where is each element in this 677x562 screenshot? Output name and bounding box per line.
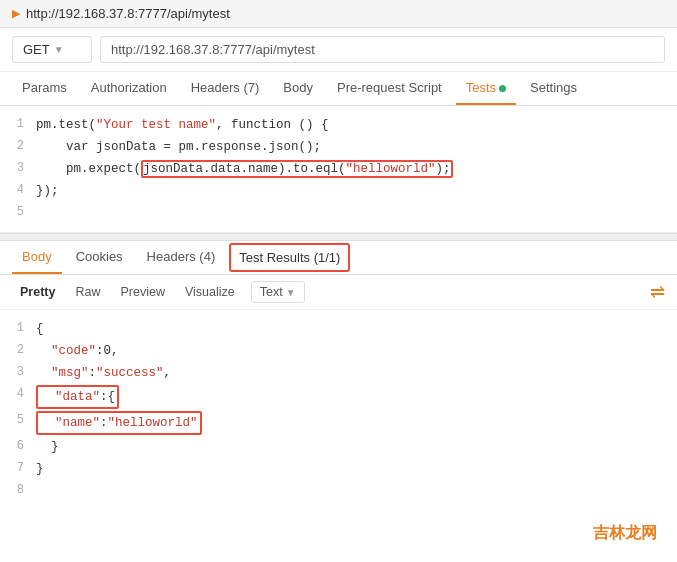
response-line-8: 8	[0, 480, 677, 502]
method-select[interactable]: GET ▼	[12, 36, 92, 63]
format-tab-pretty[interactable]: Pretty	[12, 281, 63, 303]
code-content-1: pm.test("Your test name", function () {	[36, 115, 677, 135]
format-tab-raw[interactable]: Raw	[67, 281, 108, 303]
resp-code-4: "data":{	[36, 385, 677, 409]
response-line-5: 5 "name":"helloworld"	[0, 410, 677, 436]
code-line-1: 1 pm.test("Your test name", function () …	[0, 114, 677, 136]
request-tabs-row: Params Authorization Headers (7) Body Pr…	[0, 72, 677, 106]
resp-code-5: "name":"helloworld"	[36, 411, 677, 435]
url-input[interactable]	[100, 36, 665, 63]
response-tab-headers[interactable]: Headers (4)	[137, 241, 226, 274]
response-line-3: 3 "msg":"success",	[0, 362, 677, 384]
wrap-icon[interactable]: ⇌	[650, 281, 665, 303]
code-line-3: 3 pm.expect(jsonData.data.name).to.eql("…	[0, 158, 677, 180]
request-row: GET ▼	[0, 28, 677, 72]
section-divider	[0, 233, 677, 241]
resp-line-num-4: 4	[0, 385, 36, 404]
tab-prerequest[interactable]: Pre-request Script	[327, 72, 452, 105]
tab-headers[interactable]: Headers (7)	[181, 72, 270, 105]
response-line-2: 2 "code":0,	[0, 340, 677, 362]
response-body: 1 { 2 "code":0, 3 "msg":"success", 4 "da…	[0, 310, 677, 510]
line-num-5: 5	[0, 203, 36, 222]
code-line-4: 4 });	[0, 180, 677, 202]
code-content-4: });	[36, 181, 677, 201]
format-tab-preview[interactable]: Preview	[112, 281, 172, 303]
top-bar: ▶ http://192.168.37.8:7777/api/mytest	[0, 0, 677, 28]
code-editor[interactable]: 1 pm.test("Your test name", function () …	[0, 106, 677, 233]
resp-code-7: }	[36, 459, 677, 479]
response-tab-cookies[interactable]: Cookies	[66, 241, 133, 274]
response-line-4: 4 "data":{	[0, 384, 677, 410]
response-line-6: 6 }	[0, 436, 677, 458]
line-num-1: 1	[0, 115, 36, 134]
resp-line-num-2: 2	[0, 341, 36, 360]
caret-icon: ▼	[54, 44, 64, 55]
tab-body[interactable]: Body	[273, 72, 323, 105]
request-url-label: http://192.168.37.8:7777/api/mytest	[26, 6, 230, 21]
resp-line-num-7: 7	[0, 459, 36, 478]
resp-line-num-6: 6	[0, 437, 36, 456]
tab-params[interactable]: Params	[12, 72, 77, 105]
watermark: 吉林龙网	[593, 523, 657, 544]
code-line-5: 5	[0, 202, 677, 224]
tab-authorization[interactable]: Authorization	[81, 72, 177, 105]
format-tab-visualize[interactable]: Visualize	[177, 281, 243, 303]
format-tabs-row: Pretty Raw Preview Visualize Text ▼ ⇌	[0, 275, 677, 310]
tests-dot-icon	[499, 85, 506, 92]
tab-tests[interactable]: Tests	[456, 72, 516, 105]
resp-line-num-5: 5	[0, 411, 36, 430]
method-label: GET	[23, 42, 50, 57]
response-tab-test-results[interactable]: Test Results (1/1)	[229, 243, 350, 272]
expand-arrow-icon[interactable]: ▶	[12, 7, 20, 20]
tab-settings[interactable]: Settings	[520, 72, 587, 105]
response-tab-body[interactable]: Body	[12, 241, 62, 274]
code-content-5	[36, 203, 677, 223]
resp-line-num-3: 3	[0, 363, 36, 382]
resp-code-8	[36, 481, 677, 501]
resp-code-3: "msg":"success",	[36, 363, 677, 383]
resp-code-1: {	[36, 319, 677, 339]
code-content-2: var jsonData = pm.response.json();	[36, 137, 677, 157]
resp-code-2: "code":0,	[36, 341, 677, 361]
line-num-3: 3	[0, 159, 36, 178]
response-line-1: 1 {	[0, 318, 677, 340]
resp-line-num-8: 8	[0, 481, 36, 500]
line-num-4: 4	[0, 181, 36, 200]
text-select-caret-icon: ▼	[286, 287, 296, 298]
response-line-7: 7 }	[0, 458, 677, 480]
text-select-label: Text	[260, 285, 283, 299]
response-tabs-row: Body Cookies Headers (4) Test Results (1…	[0, 241, 677, 275]
line-num-2: 2	[0, 137, 36, 156]
resp-line-num-1: 1	[0, 319, 36, 338]
text-select-dropdown[interactable]: Text ▼	[251, 281, 305, 303]
resp-code-6: }	[36, 437, 677, 457]
code-content-3: pm.expect(jsonData.data.name).to.eql("he…	[36, 159, 677, 179]
code-line-2: 2 var jsonData = pm.response.json();	[0, 136, 677, 158]
